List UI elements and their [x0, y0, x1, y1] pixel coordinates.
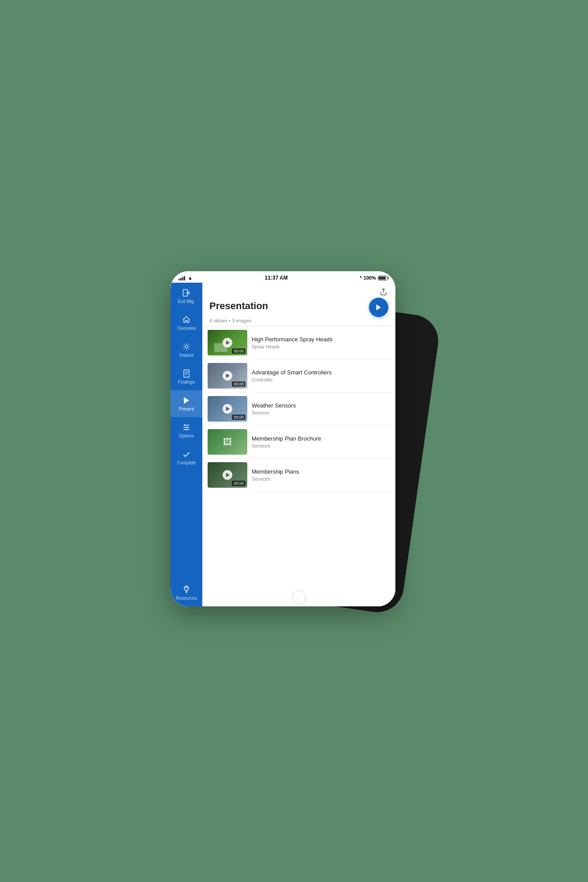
sidebar-item-overview[interactable]: Overview [171, 310, 202, 336]
sidebar-item-inspect[interactable]: Inspect [171, 336, 202, 363]
bluetooth-icon: * [360, 275, 362, 280]
svg-marker-3 [184, 397, 189, 404]
media-title-3: Weather Sensors [252, 402, 390, 410]
status-time: 11:37 AM [265, 275, 288, 281]
play-overlay-1 [223, 338, 232, 348]
battery-percent: 100% [364, 275, 376, 280]
thumbnail-5: 00:00 [208, 462, 247, 488]
sidebar-item-exit-mtg[interactable]: Exit Mtg. [171, 283, 202, 310]
inspect-icon [182, 342, 191, 351]
media-info-5: Membership Plans Services [252, 468, 390, 482]
media-item-5[interactable]: 00:00 Membership Plans Services [202, 459, 395, 492]
content-header: Presentation 4 vidoes • 3 images [202, 299, 395, 326]
resources-icon [182, 585, 191, 594]
media-item-1[interactable]: 00:00 High Performance Spray Heads Spray… [202, 326, 395, 359]
app-container: Exit Mtg. Overview [171, 283, 395, 606]
sidebar-label-resources: Resources [176, 596, 197, 601]
overview-icon [182, 315, 191, 325]
home-bar [202, 589, 395, 606]
media-title-5: Membership Plans [252, 468, 390, 476]
media-category-3: Sensors [252, 410, 390, 415]
play-overlay-5 [223, 470, 232, 480]
sidebar-item-options[interactable]: Options [171, 417, 202, 444]
scene: ▲ 11:37 AM * 100% [157, 249, 431, 633]
svg-point-7 [184, 424, 186, 426]
status-left: ▲ [179, 275, 193, 280]
thumbnail-1: 00:00 [208, 330, 247, 355]
sidebar-label-exit-mtg: Exit Mtg. [178, 299, 195, 304]
options-icon [182, 422, 191, 432]
home-button[interactable] [292, 590, 306, 605]
media-info-2: Advantage of Smart Controllers Controlle… [252, 369, 390, 383]
media-title-4: Membership Plan Brochure [252, 435, 390, 443]
media-category-5: Services [252, 476, 390, 482]
share-button[interactable] [377, 285, 390, 299]
image-icon-4: 🖼 [223, 437, 232, 447]
svg-point-9 [185, 429, 186, 430]
present-icon [182, 396, 191, 405]
thumbnail-4: 🖼 [208, 429, 247, 455]
complete-icon [182, 449, 191, 459]
sidebar-label-findings: Findings [178, 380, 195, 385]
play-all-button[interactable] [369, 298, 388, 317]
battery-icon [378, 276, 387, 280]
signal-icon [179, 275, 185, 280]
media-list: 00:00 High Performance Spray Heads Spray… [202, 326, 395, 589]
duration-badge-1: 00:00 [232, 348, 246, 354]
media-category-1: Spray Heads [252, 344, 390, 349]
svg-marker-11 [376, 304, 381, 310]
status-right: * 100% [360, 275, 387, 280]
exit-icon [182, 288, 191, 298]
media-count: 4 vidoes • 3 images [209, 318, 388, 323]
sidebar-item-resources[interactable]: Resources [171, 579, 202, 606]
media-item-2[interactable]: 00:00 Advantage of Smart Controllers Con… [202, 359, 395, 392]
media-item-3[interactable]: 00:00 Weather Sensors Sensors [202, 392, 395, 426]
media-info-4: Membership Plan Brochure Services [252, 435, 390, 449]
findings-icon [182, 369, 191, 378]
svg-point-1 [185, 345, 188, 348]
main-content: Presentation 4 vidoes • 3 images [202, 283, 395, 606]
duration-badge-5: 00:00 [232, 481, 246, 486]
play-overlay-3 [223, 404, 232, 414]
media-title-1: High Performance Spray Heads [252, 336, 390, 344]
media-category-4: Services [252, 443, 390, 448]
ipad-camera [282, 276, 284, 278]
svg-point-8 [186, 426, 188, 428]
media-title-2: Advantage of Smart Controllers [252, 369, 390, 377]
ipad-frame: ▲ 11:37 AM * 100% [171, 271, 395, 606]
top-action-bar [202, 283, 395, 299]
sidebar-label-inspect: Inspect [179, 353, 194, 358]
media-category-2: Controller [252, 377, 390, 382]
thumbnail-2: 00:00 [208, 363, 247, 389]
sidebar-item-findings[interactable]: Findings [171, 363, 202, 390]
thumbnail-3: 00:00 [208, 396, 247, 422]
sidebar: Exit Mtg. Overview [171, 283, 202, 606]
sidebar-label-options: Options [179, 434, 194, 439]
sidebar-item-present[interactable]: Present [171, 390, 202, 417]
play-overlay-2 [223, 371, 232, 381]
wifi-icon: ▲ [188, 275, 193, 280]
media-item-4[interactable]: 🖼 Membership Plan Brochure Services [202, 426, 395, 459]
sidebar-item-complete[interactable]: Complete [171, 444, 202, 471]
duration-badge-2: 00:00 [232, 381, 246, 387]
media-info-1: High Performance Spray Heads Spray Heads [252, 336, 390, 350]
media-info-3: Weather Sensors Sensors [252, 402, 390, 416]
sidebar-label-overview: Overview [177, 326, 196, 331]
duration-badge-3: 00:00 [232, 415, 246, 420]
sidebar-label-complete: Complete [177, 460, 196, 466]
sidebar-label-present: Present [179, 407, 194, 412]
